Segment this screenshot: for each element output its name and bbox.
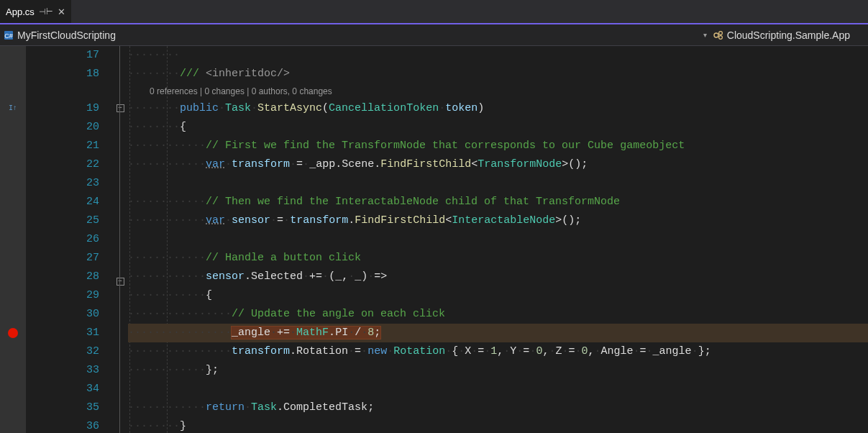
scope-class-name: CloudScripting.Sample.App <box>727 29 850 41</box>
line-number-gutter: 17 18 19 20 21 22 23 24 25 26 27 28 29 3… <box>26 46 112 433</box>
line-number: 31 <box>26 324 99 342</box>
line-number: 19 <box>26 99 99 118</box>
line-number: 34 <box>26 380 99 398</box>
code-line: ············var·transform·=·_app.Scene.F… <box>128 155 868 174</box>
line-number: 22 <box>26 155 99 174</box>
fold-margin[interactable]: − − <box>112 46 128 433</box>
line-number: 35 <box>26 398 99 417</box>
change-indicator-icon: I↑ <box>0 99 26 118</box>
code-line: ········ <box>128 46 868 65</box>
fold-toggle-icon[interactable]: − <box>117 278 124 286</box>
line-number: 21 <box>26 137 99 155</box>
code-line: ········/// <inheritdoc/> <box>128 65 868 83</box>
line-number: 17 <box>26 46 99 65</box>
code-line: ········{ <box>128 118 868 137</box>
line-number: 25 <box>26 211 99 230</box>
svg-point-4 <box>718 35 722 39</box>
line-number: 30 <box>26 305 99 324</box>
line-number: 33 <box>26 361 99 380</box>
line-number: 18 <box>26 65 99 83</box>
code-line: ············// First we find the Transfo… <box>128 137 868 155</box>
csharp-project-icon: C# <box>3 29 14 41</box>
code-line: ········} <box>128 417 868 433</box>
breakpoint-margin[interactable]: I↑ <box>0 46 26 433</box>
line-number: 26 <box>26 230 99 249</box>
pin-icon[interactable]: ⊣⊢ <box>39 7 53 17</box>
line-number: 36 <box>26 417 99 433</box>
nav-bar: C# MyFirstCloudScripting ▾ CloudScriptin… <box>0 24 868 46</box>
breakpoint-icon[interactable] <box>8 328 18 338</box>
line-number: 24 <box>26 193 99 211</box>
line-number: 28 <box>26 268 99 286</box>
close-icon[interactable]: ✕ <box>58 6 65 17</box>
fold-toggle-icon[interactable]: − <box>117 104 124 112</box>
chevron-down-icon[interactable]: ▾ <box>703 31 707 39</box>
scope-class-dropdown[interactable]: CloudScripting.Sample.App <box>713 29 856 41</box>
code-line-current: ················_angle·+=·MathF.PI·/·8; <box>128 324 868 342</box>
line-number: 23 <box>26 174 99 193</box>
codelens[interactable]: 0 references | 0 changes | 0 authors, 0 … <box>128 83 868 99</box>
code-line: ············sensor.Selected·+=·(_,·_)·=> <box>128 268 868 286</box>
scope-project-name: MyFirstCloudScripting <box>17 29 116 41</box>
code-line: ················// Update the angle on e… <box>128 305 868 324</box>
code-area[interactable]: ········ ········/// <inheritdoc/> 0 ref… <box>128 46 868 433</box>
code-line: ············{ <box>128 286 868 305</box>
code-editor[interactable]: I↑ 17 18 19 20 21 22 23 24 25 26 27 28 2… <box>0 46 868 433</box>
scope-project-dropdown[interactable]: C# MyFirstCloudScripting <box>3 29 698 41</box>
svg-point-3 <box>718 31 722 35</box>
line-number: 27 <box>26 249 99 268</box>
code-line <box>128 230 868 249</box>
file-tab[interactable]: App.cs ⊣⊢ ✕ <box>0 0 71 23</box>
line-number: 32 <box>26 342 99 361</box>
class-icon <box>713 29 724 41</box>
code-line: ················transform.Rotation·=·new… <box>128 342 868 361</box>
code-line <box>128 380 868 398</box>
line-number: 20 <box>26 118 99 137</box>
code-line: ············}; <box>128 361 868 380</box>
code-line <box>128 174 868 193</box>
line-number: 29 <box>26 286 99 305</box>
code-line: ············return·Task.CompletedTask; <box>128 398 868 417</box>
code-line: ············var·sensor·=·transform.FindF… <box>128 211 868 230</box>
code-line: ········public·Task·StartAsync(Cancellat… <box>128 99 868 118</box>
svg-text:C#: C# <box>4 32 13 40</box>
tab-bar: App.cs ⊣⊢ ✕ <box>0 0 868 24</box>
code-line: ············// Then we find the Interact… <box>128 193 868 211</box>
tab-title: App.cs <box>6 6 35 17</box>
code-line: ············// Handle a button click <box>128 249 868 268</box>
svg-point-2 <box>714 33 718 37</box>
